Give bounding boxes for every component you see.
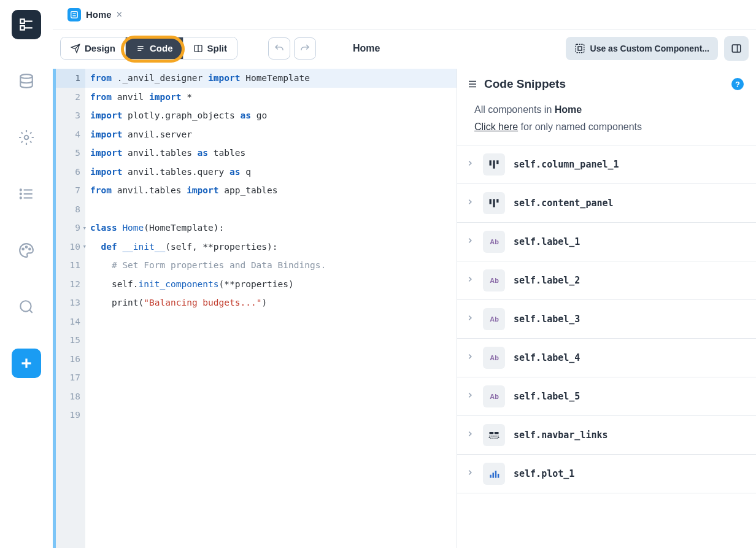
list-icon [467,79,478,90]
line-number: 1 [56,69,85,88]
panel-toggle-button[interactable] [724,36,749,61]
chevron-right-icon [466,159,474,170]
line-number: 5 [56,144,85,163]
svg-rect-31 [493,160,495,168]
content-area: 1 2 3 4 5 6 7 8 9▾ 10▾ 11 12 13 14 15 16… [53,69,756,548]
right-actions: Use as Custom Component... [566,36,749,61]
component-type-icon: Ab [483,308,505,330]
panel-link-row: Click here for only named components [457,118,756,145]
component-type-icon: Ab [483,347,505,369]
component-item[interactable]: Abself.label_1 [457,223,756,261]
svg-rect-44 [490,475,492,478]
undo-button[interactable] [268,37,290,60]
form-icon [68,8,81,21]
line-number: 12 [56,275,85,294]
svg-rect-15 [71,11,78,18]
panel-header: Code Snippets ? [457,69,756,98]
tab-label: Home [86,9,112,20]
tab-bar: Home × [53,0,756,29]
page-title: Home [322,43,560,54]
line-number: 3 [56,106,85,125]
component-name: self.label_4 [514,352,580,363]
split-button[interactable]: Split [183,37,237,59]
line-number: 10▾ [56,237,85,257]
component-name: self.navbar_links [514,430,608,441]
chevron-right-icon [466,236,474,247]
fold-icon[interactable]: ▾ [82,242,87,250]
svg-rect-47 [498,474,500,478]
component-item[interactable]: self.navbar_links [457,416,756,455]
click-here-link[interactable]: Click here [474,122,518,132]
component-item[interactable]: Abself.label_3 [457,300,756,339]
panel-subtitle: All components in Home [457,98,756,118]
svg-text:Ab: Ab [490,315,499,323]
component-item[interactable]: Abself.label_4 [457,339,756,377]
chevron-right-icon [466,275,474,286]
svg-rect-34 [493,199,495,207]
redo-button[interactable] [294,37,316,60]
code-text[interactable]: from ._anvil_designer import HomeTemplat… [85,69,457,548]
svg-rect-35 [496,199,498,203]
svg-text:Ab: Ab [490,277,499,284]
svg-text:Ab: Ab [490,238,499,245]
svg-point-1 [25,136,29,140]
tab-home[interactable]: Home × [60,3,129,26]
component-type-icon [483,463,505,485]
component-name: self.label_5 [514,391,580,402]
chevron-right-icon [466,391,474,402]
component-name: self.label_3 [514,314,580,325]
line-number: 11 [56,256,85,275]
line-number: 9▾ [56,218,85,237]
code-button[interactable]: Code [126,37,183,59]
design-button[interactable]: Design [61,37,126,59]
component-item[interactable]: self.content_panel [457,184,756,223]
component-type-icon [483,192,505,214]
line-number: 16 [56,350,85,369]
chevron-right-icon [466,430,474,441]
component-item[interactable]: Abself.label_5 [457,377,756,416]
code-editor[interactable]: 1 2 3 4 5 6 7 8 9▾ 10▾ 11 12 13 14 15 16… [53,69,457,548]
help-icon[interactable]: ? [731,78,744,90]
fold-icon[interactable]: ▾ [82,224,87,232]
svg-rect-43 [490,436,499,438]
list-nav-icon[interactable] [12,179,41,209]
svg-point-7 [20,197,21,198]
forms-nav-icon[interactable] [12,10,41,39]
svg-point-10 [29,249,31,250]
line-number: 7 [56,181,85,200]
line-number: 18 [56,387,85,406]
component-list: self.column_panel_1self.content_panelAbs… [457,145,756,493]
svg-point-5 [20,189,21,190]
svg-rect-30 [490,160,492,165]
component-item[interactable]: self.plot_1 [457,455,756,493]
chevron-right-icon [466,198,474,209]
database-nav-icon[interactable] [12,66,41,96]
line-number: 14 [56,312,85,331]
search-nav-icon[interactable] [12,292,41,322]
component-type-icon: Ab [483,385,505,407]
svg-line-12 [29,310,33,313]
undo-redo-group [268,37,316,60]
line-number: 17 [56,368,85,387]
svg-rect-24 [578,47,582,50]
line-gutter: 1 2 3 4 5 6 7 8 9▾ 10▾ 11 12 13 14 15 16… [56,69,85,548]
component-name: self.column_panel_1 [514,159,619,170]
component-name: self.plot_1 [514,468,574,479]
custom-component-button[interactable]: Use as Custom Component... [566,37,718,60]
add-nav-icon[interactable] [12,349,41,378]
svg-rect-32 [496,160,498,164]
component-type-icon [483,153,505,176]
settings-nav-icon[interactable] [12,123,41,152]
tab-close-button[interactable]: × [117,9,122,20]
svg-point-8 [22,249,24,250]
component-name: self.content_panel [514,198,614,209]
component-item[interactable]: self.column_panel_1 [457,145,756,184]
theme-nav-icon[interactable] [12,236,41,265]
left-rail [0,0,53,548]
component-name: self.label_1 [514,236,580,247]
panel-title: Code Snippets [484,77,725,91]
svg-rect-25 [732,45,741,52]
chevron-right-icon [466,314,474,325]
component-item[interactable]: Abself.label_2 [457,261,756,300]
svg-rect-46 [495,471,497,478]
